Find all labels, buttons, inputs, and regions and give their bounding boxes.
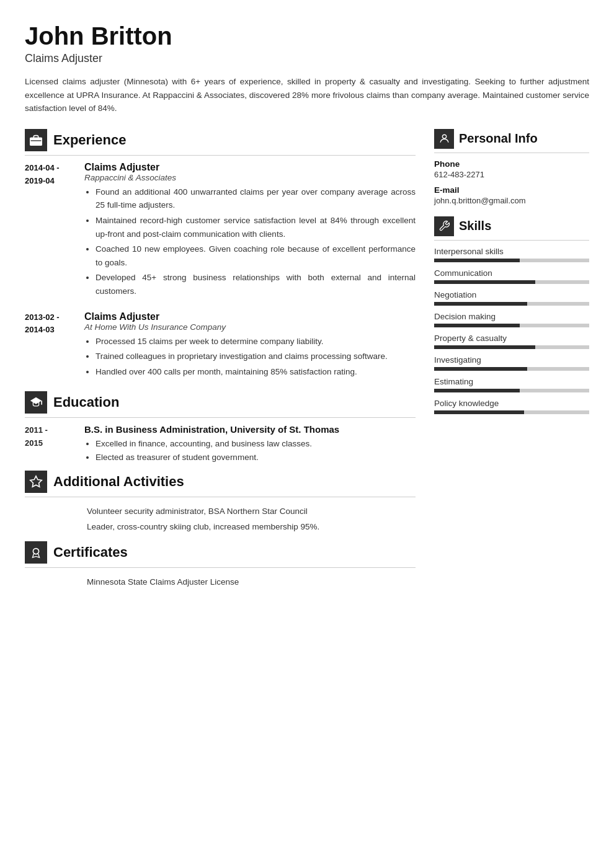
summary-text: Licensed claims adjuster (Minnesota) wit… <box>25 75 589 115</box>
email-value: john.q.britton@gmail.com <box>434 196 589 205</box>
skill-bar-bg <box>434 410 589 414</box>
certificates-title: Certificates <box>53 544 128 560</box>
certificate-svg <box>29 546 43 559</box>
briefcase-svg <box>29 133 43 147</box>
skill-name: Investigating <box>434 355 589 365</box>
exp-bullet: Developed 45+ strong business relationsh… <box>96 271 416 298</box>
email-label: E-mail <box>434 185 589 195</box>
experience-header: Experience <box>25 129 416 156</box>
skills-list: Interpersonal skills Communication Negot… <box>434 247 589 414</box>
exp-company: Rappaccini & Associates <box>84 173 416 182</box>
education-section: Education 2011 -2015 B.S. in Business Ad… <box>25 391 416 464</box>
exp-bullet: Processed 15 claims per week to determin… <box>96 335 416 348</box>
activities-section: Additional Activities Volunteer security… <box>25 471 416 535</box>
svg-point-7 <box>33 548 38 554</box>
skills-svg <box>438 220 450 232</box>
skill-bar-bg <box>434 280 589 284</box>
skill-item: Investigating <box>434 355 589 371</box>
certificates-section: Certificates Minnesota State Claims Adju… <box>25 541 416 590</box>
skill-bar-fill <box>434 367 527 371</box>
exp-bullet: Maintained record-high customer service … <box>96 214 416 241</box>
exp-content: Claims Adjuster At Home With Us Insuranc… <box>84 311 416 381</box>
job-title: Claims Adjuster <box>25 52 589 65</box>
activities-icon <box>25 471 47 493</box>
personal-info-icon <box>434 129 454 149</box>
skills-icon <box>434 216 454 236</box>
edu-content: B.S. in Business Administration, Univers… <box>84 424 339 464</box>
edu-bullet: Excelled in finance, accounting, and bus… <box>96 437 339 451</box>
skills-header: Skills <box>434 216 589 241</box>
cert-items: Minnesota State Claims Adjuster License <box>25 574 416 590</box>
experience-list: 2014-04 -2019-04 Claims Adjuster Rappacc… <box>25 162 416 381</box>
exp-bullet: Handled over 400 calls per month, mainta… <box>96 365 416 379</box>
activity-item: Leader, cross-country skiing club, incre… <box>87 519 416 535</box>
personal-info-header: Personal Info <box>434 129 589 153</box>
exp-company: At Home With Us Insurance Company <box>84 322 416 332</box>
skill-item: Estimating <box>434 377 589 392</box>
svg-rect-0 <box>30 138 42 145</box>
resume-header: John Britton Claims Adjuster <box>25 22 589 65</box>
experience-icon <box>25 129 47 151</box>
skill-name: Property & casualty <box>434 334 589 343</box>
skill-name: Communication <box>434 268 589 278</box>
certificates-header: Certificates <box>25 541 416 568</box>
edu-bullet: Elected as treasurer of student governme… <box>96 451 339 464</box>
skill-bar-bg <box>434 367 589 371</box>
exp-bullet: Coached 10 new employees. Given coaching… <box>96 242 416 269</box>
phone-value: 612-483-2271 <box>434 170 589 179</box>
skill-bar-bg <box>434 259 589 262</box>
exp-bullet: Trained colleagues in proprietary invest… <box>96 350 416 363</box>
edu-dates: 2011 -2015 <box>25 424 74 464</box>
education-header: Education <box>25 391 416 418</box>
certificates-list: Minnesota State Claims Adjuster License <box>25 574 416 590</box>
right-column: Personal Info Phone 612-483-2271 E-mail … <box>434 129 589 596</box>
skill-item: Communication <box>434 268 589 284</box>
activity-item: Volunteer security administrator, BSA No… <box>87 503 416 520</box>
exp-bullet: Found an additional 400 unwarranted clai… <box>96 185 416 212</box>
left-column: Experience 2014-04 -2019-04 Claims Adjus… <box>25 129 434 596</box>
star-svg <box>29 475 43 489</box>
education-item: 2011 -2015 B.S. in Business Administrati… <box>25 424 416 464</box>
skill-bar-fill <box>434 410 524 414</box>
skill-name: Interpersonal skills <box>434 247 589 256</box>
skill-name: Decision making <box>434 312 589 321</box>
activities-list: Volunteer security administrator, BSA No… <box>25 503 416 535</box>
edu-bullets: Excelled in finance, accounting, and bus… <box>84 437 339 464</box>
activities-header: Additional Activities <box>25 471 416 497</box>
skill-bar-fill <box>434 345 535 349</box>
phone-label: Phone <box>434 159 589 169</box>
skill-item: Interpersonal skills <box>434 247 589 262</box>
education-icon <box>25 391 47 414</box>
skill-bar-bg <box>434 345 589 349</box>
skill-bar-bg <box>434 389 589 392</box>
personal-info-title: Personal Info <box>459 131 538 146</box>
person-svg <box>438 133 450 144</box>
skill-item: Property & casualty <box>434 334 589 349</box>
skill-name: Negotiation <box>434 290 589 299</box>
exp-bullets: Found an additional 400 unwarranted clai… <box>84 185 416 298</box>
experience-item: 2014-04 -2019-04 Claims Adjuster Rappacc… <box>25 162 416 300</box>
svg-marker-6 <box>30 476 42 486</box>
skill-bar-fill <box>434 259 520 262</box>
full-name: John Britton <box>25 22 589 50</box>
skill-bar-fill <box>434 302 527 306</box>
education-list: 2011 -2015 B.S. in Business Administrati… <box>25 424 416 464</box>
experience-title: Experience <box>53 132 126 148</box>
activities-items: Volunteer security administrator, BSA No… <box>25 503 416 535</box>
skill-bar-bg <box>434 324 589 327</box>
exp-bullets: Processed 15 claims per week to determin… <box>84 335 416 379</box>
skills-section: Skills Interpersonal skills Communicatio… <box>434 216 589 414</box>
svg-point-8 <box>442 135 446 138</box>
main-layout: Experience 2014-04 -2019-04 Claims Adjus… <box>25 129 589 596</box>
exp-job-title: Claims Adjuster <box>84 311 416 322</box>
resume-page: John Britton Claims Adjuster Licensed cl… <box>0 0 614 868</box>
exp-content: Claims Adjuster Rappaccini & Associates … <box>84 162 416 300</box>
graduation-svg <box>29 396 43 409</box>
svg-marker-4 <box>30 397 42 404</box>
skill-bar-fill <box>434 280 535 284</box>
edu-degree: B.S. in Business Administration, Univers… <box>84 424 339 435</box>
certificates-icon <box>25 541 47 564</box>
skills-title: Skills <box>459 219 491 233</box>
exp-dates: 2013-02 -2014-03 <box>25 311 74 381</box>
activities-title: Additional Activities <box>53 474 184 490</box>
